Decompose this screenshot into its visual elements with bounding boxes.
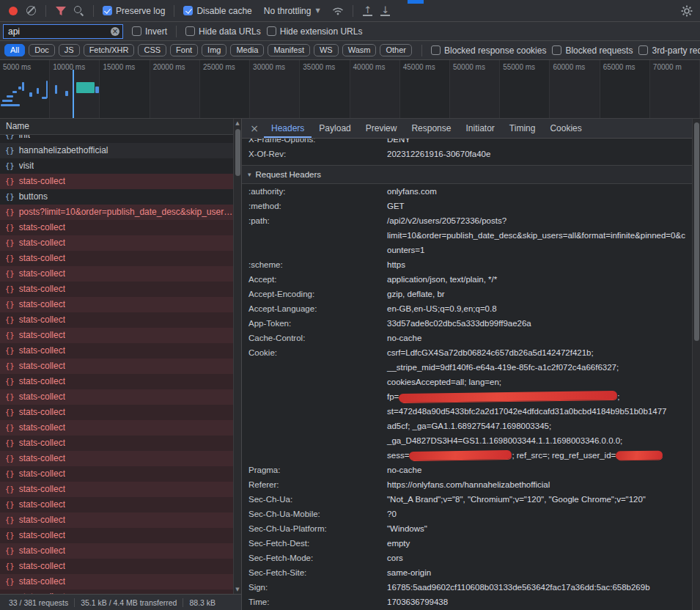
request-row[interactable]: {}stats-collect	[0, 359, 241, 374]
request-row[interactable]: {}stats-collect	[0, 543, 241, 559]
checkbox-label: Blocked response cookies	[444, 45, 546, 56]
checkbox-box	[552, 45, 561, 55]
request-type-icon: {}	[5, 266, 15, 282]
header-name: Referer:	[242, 477, 381, 492]
request-name: stats-collect	[19, 251, 65, 266]
header-name: Time:	[242, 595, 381, 609]
request-row[interactable]: {}stats-collect	[0, 559, 241, 574]
timeline-column: 55000 ms	[500, 60, 550, 118]
disclosure-triangle-icon: ▾	[248, 171, 251, 178]
request-row[interactable]: {}stats-collect	[0, 374, 241, 389]
request-row[interactable]: {}stats-collect	[0, 436, 241, 451]
filter-toggle-button[interactable]	[52, 2, 70, 20]
header-row: Sign:16785:5aad9602cf110608b03133de56364…	[242, 580, 700, 595]
request-type-icon: {}	[5, 205, 15, 220]
type-filter-doc[interactable]: Doc	[29, 44, 55, 56]
type-filter-img[interactable]: Img	[202, 44, 226, 56]
type-filter-wasm[interactable]: Wasm	[342, 44, 377, 56]
tab-timing[interactable]: Timing	[502, 119, 543, 138]
clear-button[interactable]	[22, 2, 40, 20]
name-column-header[interactable]: Name	[0, 119, 241, 135]
request-row[interactable]: {}stats-collect	[0, 528, 241, 543]
request-row[interactable]: {}stats-collect	[0, 420, 241, 436]
throttling-value: No throttling	[264, 6, 312, 16]
header-row: Sec-Ch-Ua-Platform:"Windows"	[242, 521, 700, 536]
timeline-column: 30000 ms	[250, 60, 300, 118]
request-row[interactable]: {}stats-collect	[0, 251, 241, 266]
record-button[interactable]	[4, 2, 22, 20]
type-filter-media[interactable]: Media	[230, 44, 264, 56]
scrollbar-thumb[interactable]	[235, 129, 240, 176]
request-headers-section[interactable]: ▾ Request Headers	[242, 165, 700, 184]
hide-data-urls-checkbox[interactable]: Hide data URLs	[185, 26, 261, 37]
toolbar-divider	[93, 5, 94, 17]
timeline-overview[interactable]: 5000 ms10000 ms15000 ms20000 ms25000 ms3…	[0, 60, 700, 119]
header-row: Sec-Fetch-Site:same-origin	[242, 565, 700, 580]
tab-initiator[interactable]: Initiator	[458, 119, 501, 138]
invert-checkbox[interactable]: Invert	[132, 26, 167, 37]
request-row[interactable]: {}stats-collect	[0, 282, 241, 297]
request-row[interactable]: {}stats-collect	[0, 343, 241, 359]
record-icon	[9, 7, 18, 15]
search-button[interactable]	[70, 2, 87, 20]
request-row[interactable]: {}stats-collect	[0, 512, 241, 528]
request-row[interactable]: {}stats-collect	[0, 312, 241, 328]
request-row[interactable]: {}stats-collect	[0, 466, 241, 482]
type-filter-other[interactable]: Other	[380, 44, 412, 56]
checkbox-blocked-requests[interactable]: Blocked requests	[552, 45, 633, 56]
request-row[interactable]: {}stats-collect	[0, 405, 241, 420]
type-filter-all[interactable]: All	[4, 44, 25, 56]
type-filter-css[interactable]: CSS	[138, 44, 166, 56]
checkbox-3rd-party-requests[interactable]: 3rd-party requests	[638, 45, 700, 56]
type-filter-manifest[interactable]: Manifest	[268, 44, 310, 56]
redaction-scribble	[409, 450, 512, 460]
checkbox-blocked-response-cookies[interactable]: Blocked response cookies	[431, 45, 546, 56]
checkbox-label: 3rd-party requests	[652, 45, 700, 56]
network-conditions-button[interactable]	[329, 2, 347, 20]
close-details-button[interactable]: ×	[245, 119, 264, 138]
scrollbar-thumb[interactable]	[694, 122, 699, 341]
details-scrollbar[interactable]	[692, 119, 700, 610]
request-row[interactable]: {}stats-collect	[0, 297, 241, 312]
tab-payload[interactable]: Payload	[312, 119, 358, 138]
request-row[interactable]: {}hannahelizabethofficial	[0, 143, 241, 158]
type-filter-font[interactable]: Font	[170, 44, 198, 56]
tab-preview[interactable]: Preview	[358, 119, 405, 138]
request-row[interactable]: {}stats-collect	[0, 328, 241, 343]
scroll-up-icon[interactable]: ▲	[234, 119, 241, 128]
request-row[interactable]: {}stats-collect	[0, 574, 241, 589]
request-row[interactable]: {}stats-collect	[0, 220, 241, 235]
header-row: X-Of-Rev:202312261916-30670fa40e	[242, 147, 700, 161]
request-row[interactable]: {}buttons	[0, 189, 241, 205]
request-row[interactable]: {}stats-collect	[0, 389, 241, 405]
request-row[interactable]: {}visit	[0, 158, 241, 174]
checkbox-box	[183, 6, 193, 15]
request-row[interactable]: {}init	[0, 135, 241, 143]
type-filter-fetch-xhr[interactable]: Fetch/XHR	[84, 44, 135, 56]
preserve-log-checkbox[interactable]: Preserve log	[103, 6, 165, 16]
settings-button[interactable]	[678, 2, 696, 20]
request-row[interactable]: {}stats-collect	[0, 266, 241, 282]
filter-input[interactable]: api ×	[3, 24, 123, 39]
type-filter-ws[interactable]: WS	[314, 44, 339, 56]
hide-extension-urls-checkbox[interactable]: Hide extension URLs	[267, 26, 363, 37]
request-row[interactable]: {}stats-collect	[0, 451, 241, 466]
gear-icon	[681, 5, 693, 17]
import-har-button[interactable]: ↑	[359, 2, 377, 20]
request-row[interactable]: {}stats-collect	[0, 497, 241, 512]
request-row[interactable]: {}stats-collect	[0, 235, 241, 251]
tab-cookies[interactable]: Cookies	[542, 119, 589, 138]
request-row[interactable]: {}posts?limit=10&order=publish_date_desc…	[0, 205, 241, 220]
tab-headers[interactable]: Headers	[264, 119, 312, 138]
throttling-select[interactable]: No throttling ▼	[264, 6, 320, 16]
clear-filter-icon[interactable]: ×	[111, 27, 119, 36]
type-filter-js[interactable]: JS	[59, 44, 80, 56]
disable-cache-checkbox[interactable]: Disable cache	[183, 6, 251, 16]
request-row[interactable]: {}stats-collect	[0, 174, 241, 189]
scroll-down-icon[interactable]: ▼	[234, 585, 241, 594]
tab-response[interactable]: Response	[404, 119, 458, 138]
request-type-icon: {}	[5, 220, 15, 235]
request-list-scrollbar[interactable]: ▲ ▼	[233, 119, 241, 594]
export-har-button[interactable]: ↓	[377, 2, 394, 20]
request-row[interactable]: {}stats-collect	[0, 482, 241, 497]
